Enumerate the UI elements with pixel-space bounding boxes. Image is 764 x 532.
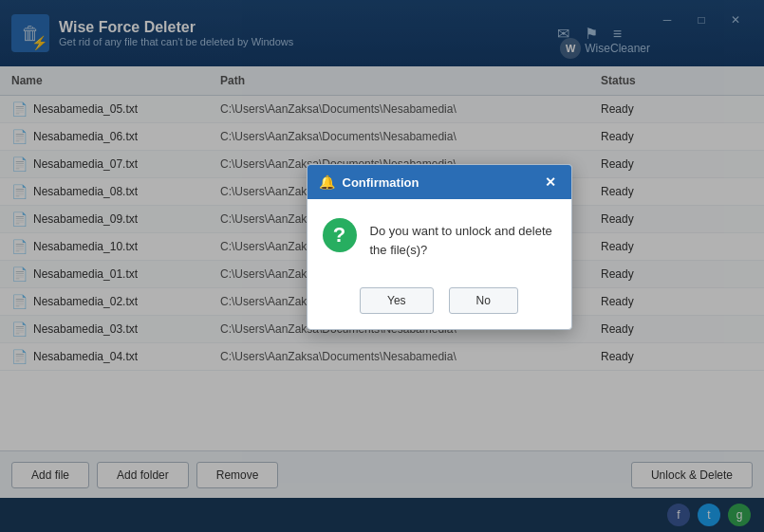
modal-title: Confirmation	[343, 175, 419, 190]
modal-no-button[interactable]: No	[449, 287, 518, 314]
question-icon: ?	[323, 218, 357, 252]
modal-footer: Yes No	[307, 278, 571, 329]
modal-overlay: 🔔 Confirmation ✕ ? Do you want to unlock…	[0, 0, 764, 532]
confirmation-modal: 🔔 Confirmation ✕ ? Do you want to unlock…	[307, 164, 572, 330]
modal-yes-button[interactable]: Yes	[360, 287, 434, 314]
modal-message: Do you want to unlock and delete the fil…	[370, 218, 556, 259]
modal-close-button[interactable]: ✕	[541, 173, 560, 192]
modal-header: 🔔 Confirmation ✕	[307, 165, 571, 199]
modal-body: ? Do you want to unlock and delete the f…	[307, 199, 571, 278]
confirmation-icon: 🔔	[319, 174, 335, 190]
modal-header-left: 🔔 Confirmation	[319, 174, 419, 190]
